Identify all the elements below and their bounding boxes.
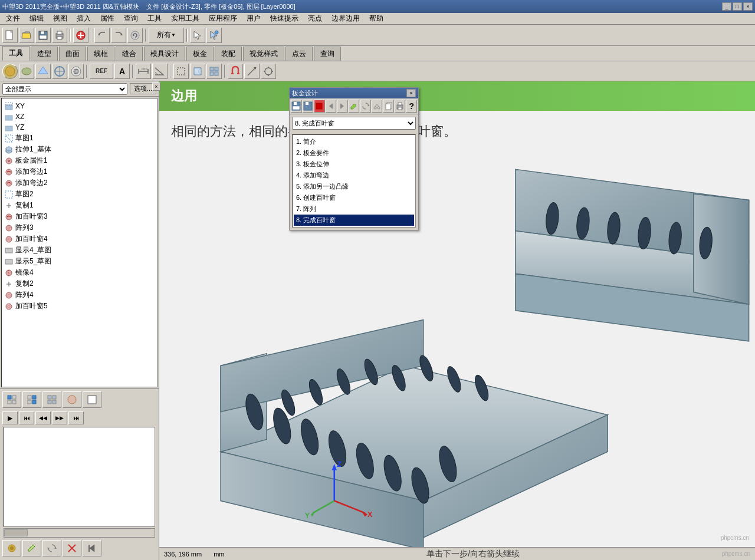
new-button[interactable] bbox=[2, 28, 18, 43]
tree-item-extrude1[interactable]: 拉伸1_基体 bbox=[2, 144, 157, 155]
bangjin-step-dropdown[interactable]: 8. 完成百叶窗 1. 简介 2. 板金要件 3. 板金位伸 4. 添加弯边 5… bbox=[292, 117, 416, 130]
menu-help[interactable]: 帮助 bbox=[366, 12, 387, 25]
bangjin-step-1[interactable]: 1. 简介 bbox=[294, 136, 414, 147]
bangjin-cut-btn[interactable] bbox=[372, 100, 383, 113]
tree-item-bend2[interactable]: 添加弯边2 bbox=[2, 177, 157, 189]
bottom-btn-5[interactable] bbox=[83, 391, 101, 408]
bangjin-step-6[interactable]: 6. 创建百叶窗 bbox=[294, 192, 414, 203]
btn8[interactable] bbox=[127, 28, 143, 43]
menu-highlight[interactable]: 亮点 bbox=[304, 12, 326, 25]
tree-item-sketch2[interactable]: 草图2 bbox=[2, 189, 157, 200]
bangjin-dialog-close[interactable]: × bbox=[406, 89, 416, 97]
close-button[interactable]: × bbox=[743, 2, 753, 11]
view-icon-5[interactable] bbox=[68, 64, 84, 79]
display-filter-dropdown[interactable]: 全部显示 bbox=[2, 83, 127, 95]
tab-modeling[interactable]: 造型 bbox=[31, 47, 58, 61]
save-button[interactable] bbox=[35, 28, 51, 43]
menu-quick-tips[interactable]: 快速提示 bbox=[267, 12, 302, 25]
action-btn-delete[interactable] bbox=[63, 540, 81, 556]
tab-surface[interactable]: 曲面 bbox=[59, 47, 86, 61]
bangjin-step-8[interactable]: 8. 完成百叶窗 bbox=[294, 215, 414, 226]
tree-item-sheetmetal-prop[interactable]: 板金属性1 bbox=[2, 155, 157, 166]
tree-item-copy2[interactable]: 复制2 bbox=[2, 278, 157, 289]
menu-utilities[interactable]: 实用工具 bbox=[168, 12, 203, 25]
tree-item-copy1[interactable]: 复制1 bbox=[2, 200, 157, 211]
bangjin-prev-btn[interactable] bbox=[326, 100, 337, 113]
text-A-btn[interactable]: A bbox=[114, 64, 130, 79]
preview-scrollbar[interactable] bbox=[4, 528, 155, 538]
tree-item-louver3[interactable]: 加百叶窗3 bbox=[2, 211, 157, 222]
snap-btn[interactable] bbox=[261, 64, 276, 79]
menu-file[interactable]: 文件 bbox=[2, 12, 24, 25]
menu-edit[interactable]: 编辑 bbox=[26, 12, 47, 25]
view-icon-3[interactable] bbox=[35, 64, 51, 79]
minimize-button[interactable]: _ bbox=[722, 2, 731, 11]
redo-button[interactable] bbox=[111, 28, 126, 43]
tab-query[interactable]: 查询 bbox=[314, 47, 341, 61]
bangjin-step-4[interactable]: 4. 添加弯边 bbox=[294, 170, 414, 181]
menu-properties[interactable]: 属性 bbox=[97, 12, 118, 25]
undo-button[interactable] bbox=[94, 28, 110, 43]
play-btn-first[interactable]: ⏮ bbox=[19, 411, 34, 424]
bottom-btn-4[interactable] bbox=[63, 391, 81, 408]
open-button[interactable] bbox=[19, 28, 34, 43]
filter-all[interactable]: 所有 ▼ bbox=[149, 28, 184, 43]
tree-item-xy[interactable]: XY bbox=[2, 101, 157, 111]
tree-item-sketch1[interactable]: 草图1 bbox=[2, 133, 157, 144]
tab-mold[interactable]: 模具设计 bbox=[144, 47, 185, 61]
tab-sheetmetal[interactable]: 板金 bbox=[186, 47, 214, 61]
play-btn-next[interactable]: ▶▶ bbox=[52, 411, 67, 424]
dim-btn[interactable]: dim bbox=[136, 64, 151, 79]
menu-user[interactable]: 用户 bbox=[243, 12, 264, 25]
tab-wireframe[interactable]: 线框 bbox=[87, 47, 114, 61]
tree-item-yz[interactable]: YZ bbox=[2, 122, 157, 133]
menu-tools[interactable]: 工具 bbox=[144, 12, 165, 25]
angle-btn[interactable] bbox=[152, 64, 168, 79]
tree-item-mirror4[interactable]: 镜像4 bbox=[2, 267, 157, 278]
bottom-btn-3[interactable] bbox=[42, 391, 61, 408]
play-btn-last[interactable]: ⏭ bbox=[68, 411, 84, 424]
tab-pointcloud[interactable]: 点云 bbox=[285, 47, 313, 61]
tree-item-louver4[interactable]: 加百叶窗4 bbox=[2, 233, 157, 245]
left-panel-close[interactable]: × bbox=[152, 83, 160, 91]
btn5[interactable] bbox=[73, 28, 88, 43]
magnet-btn[interactable] bbox=[228, 64, 243, 79]
maximize-button[interactable]: □ bbox=[733, 2, 742, 11]
menu-applications[interactable]: 应用程序 bbox=[205, 12, 241, 25]
tab-visual[interactable]: 视觉样式 bbox=[243, 47, 284, 61]
select2-btn[interactable] bbox=[206, 28, 222, 43]
tab-tools[interactable]: 工具 bbox=[2, 46, 29, 61]
action-btn-refresh[interactable] bbox=[42, 540, 61, 556]
bangjin-print-btn[interactable] bbox=[395, 100, 406, 113]
bangjin-step-7[interactable]: 7. 阵列 bbox=[294, 203, 414, 215]
action-btn-edit[interactable] bbox=[22, 540, 41, 556]
play-btn-prev[interactable]: ◀◀ bbox=[35, 411, 51, 424]
bangjin-next-btn[interactable] bbox=[337, 100, 348, 113]
bangjin-step-2[interactable]: 2. 板金要件 bbox=[294, 147, 414, 159]
tree-item-show4[interactable]: 显示4_草图 bbox=[2, 245, 157, 256]
tree-item-louver5[interactable]: 加百叶窗5 bbox=[2, 301, 157, 312]
bangjin-help-btn[interactable]: ? bbox=[406, 100, 417, 113]
tree-item-bend1[interactable]: 添加弯边1 bbox=[2, 166, 157, 177]
select-btn[interactable] bbox=[190, 28, 205, 43]
print-button[interactable] bbox=[52, 28, 67, 43]
sketch-btn[interactable] bbox=[173, 64, 189, 79]
feature-btn[interactable] bbox=[190, 64, 205, 79]
tree-item-array4[interactable]: 阵列4 bbox=[2, 289, 157, 301]
bottom-btn-1[interactable] bbox=[2, 391, 21, 408]
menu-query[interactable]: 查询 bbox=[120, 12, 142, 25]
tab-seam[interactable]: 缝合 bbox=[116, 47, 143, 61]
arrow-btn[interactable] bbox=[244, 64, 260, 79]
view-icon-2[interactable] bbox=[19, 64, 34, 79]
menu-view[interactable]: 视图 bbox=[50, 12, 71, 25]
tab-assembly[interactable]: 装配 bbox=[215, 47, 242, 61]
bangjin-save-btn[interactable] bbox=[291, 100, 302, 113]
viewport-canvas[interactable]: 相同的方法，相同的参数做出另外一边的百叶窗。 bbox=[159, 111, 755, 547]
bangjin-step-3[interactable]: 3. 板金位伸 bbox=[294, 159, 414, 170]
bangjin-stop-btn[interactable] bbox=[314, 100, 325, 113]
bottom-btn-2[interactable] bbox=[22, 391, 41, 408]
play-btn-play[interactable]: ▶ bbox=[2, 411, 18, 424]
menu-boundary[interactable]: 边界边用 bbox=[328, 12, 363, 25]
tree-item-xz[interactable]: XZ bbox=[2, 111, 157, 122]
view-icon-4[interactable] bbox=[52, 64, 67, 79]
